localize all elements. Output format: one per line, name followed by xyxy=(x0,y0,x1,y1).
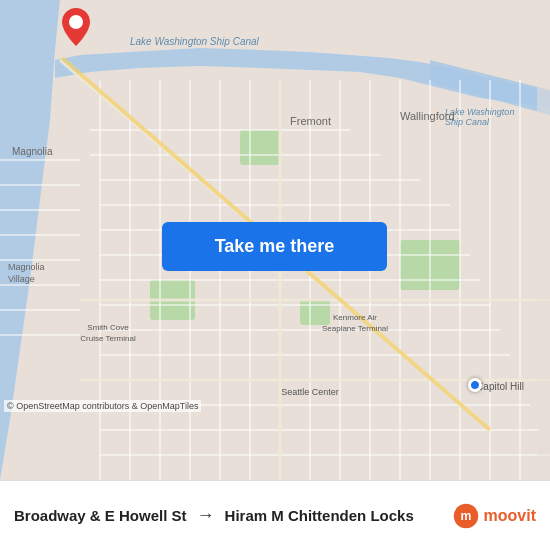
svg-text:m: m xyxy=(460,509,471,523)
svg-text:Smith Cove: Smith Cove xyxy=(87,323,129,332)
svg-text:Fremont: Fremont xyxy=(290,115,331,127)
moovit-icon: m xyxy=(452,502,480,530)
svg-text:Capitol Hill: Capitol Hill xyxy=(476,381,524,392)
svg-rect-2 xyxy=(240,130,280,165)
origin-dot xyxy=(468,378,482,392)
take-me-there-label: Take me there xyxy=(215,236,335,257)
svg-rect-61 xyxy=(537,0,550,480)
svg-text:Magnolia: Magnolia xyxy=(12,146,53,157)
svg-text:Lake Washington: Lake Washington xyxy=(445,107,514,117)
svg-text:Wallingford: Wallingford xyxy=(400,110,455,122)
destination-label: Hiram M Chittenden Locks xyxy=(225,507,414,524)
svg-text:Lake Washington Ship Canal: Lake Washington Ship Canal xyxy=(130,36,260,47)
map-container: Lake Washington Ship Canal Lake Washingt… xyxy=(0,0,550,480)
svg-text:Seaplane Terminal: Seaplane Terminal xyxy=(322,324,388,333)
moovit-brand-text: moovit xyxy=(484,507,536,525)
origin-label: Broadway & E Howell St xyxy=(14,507,187,524)
map-attribution: © OpenStreetMap contributors & OpenMapTi… xyxy=(4,400,201,412)
svg-text:Magnolia: Magnolia xyxy=(8,262,45,272)
bottom-bar: Broadway & E Howell St → Hiram M Chitten… xyxy=(0,480,550,550)
take-me-there-button[interactable]: Take me there xyxy=(162,222,387,271)
svg-rect-4 xyxy=(300,300,330,325)
destination-pin xyxy=(62,8,90,50)
svg-text:Kenmore Air: Kenmore Air xyxy=(333,313,377,322)
arrow-icon: → xyxy=(197,505,215,526)
svg-text:Village: Village xyxy=(8,274,35,284)
moovit-logo: m moovit xyxy=(452,502,536,530)
svg-text:Cruise Terminal: Cruise Terminal xyxy=(80,334,136,343)
svg-text:Seattle Center: Seattle Center xyxy=(281,387,339,397)
svg-point-62 xyxy=(69,15,83,29)
